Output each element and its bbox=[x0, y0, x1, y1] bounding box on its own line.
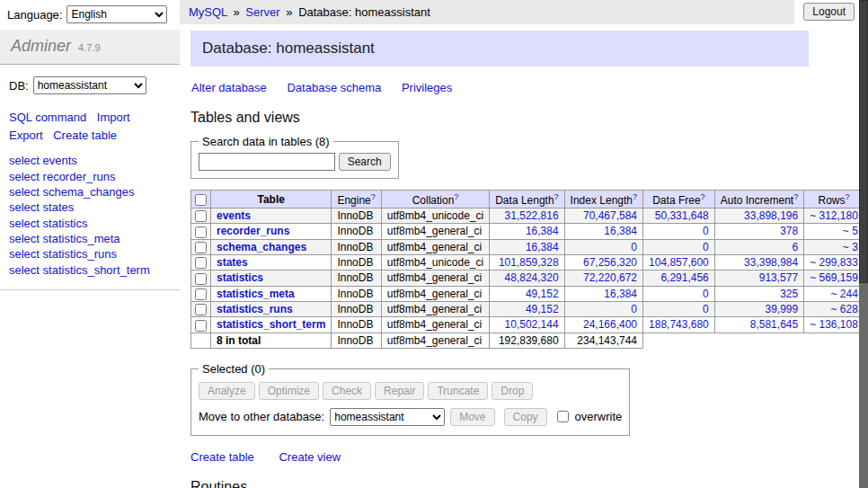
help-link[interactable]: ? bbox=[454, 192, 458, 201]
scrollbar[interactable] bbox=[859, 0, 868, 488]
data-free-link[interactable]: 50,331,648 bbox=[655, 209, 709, 222]
drop-button[interactable]: Drop bbox=[492, 382, 533, 400]
search-input[interactable] bbox=[199, 153, 335, 171]
data-free-link[interactable]: 6,291,456 bbox=[660, 271, 708, 284]
overwrite-checkbox[interactable] bbox=[557, 411, 569, 422]
index-length-link[interactable]: 16,384 bbox=[604, 288, 637, 300]
index-length-link[interactable]: 0 bbox=[631, 303, 637, 315]
table-name-link[interactable]: schema_changes bbox=[217, 241, 306, 253]
auto-increment-link[interactable]: 33,398,984 bbox=[744, 256, 798, 269]
data-length-link[interactable]: 31,522,816 bbox=[505, 209, 559, 222]
truncate-button[interactable]: Truncate bbox=[428, 382, 488, 400]
data-length-link[interactable]: 16,384 bbox=[526, 225, 559, 237]
data-free-link[interactable]: 0 bbox=[703, 288, 709, 300]
privileges-link[interactable]: Privileges bbox=[402, 81, 452, 94]
repair-button[interactable]: Repair bbox=[375, 382, 424, 400]
copy-button[interactable]: Copy bbox=[504, 408, 547, 426]
check-button[interactable]: Check bbox=[323, 382, 371, 400]
sidebar-table-link[interactable]: select schema_changes bbox=[9, 185, 134, 199]
index-length-link[interactable]: 72,220,672 bbox=[583, 271, 637, 284]
sidebar-table-link[interactable]: select events bbox=[9, 154, 77, 167]
row-checkbox[interactable] bbox=[195, 273, 207, 285]
sidebar-create-table-link[interactable]: Create table bbox=[53, 129, 117, 142]
select-all-checkbox[interactable] bbox=[195, 194, 207, 206]
auto-increment-link[interactable]: 378 bbox=[780, 225, 798, 237]
table-name-link[interactable]: statistics_runs bbox=[217, 303, 293, 315]
alter-database-link[interactable]: Alter database bbox=[191, 81, 267, 94]
table-name-link[interactable]: statistics bbox=[217, 271, 263, 284]
help-link[interactable]: ? bbox=[793, 192, 798, 201]
index-length-link[interactable]: 16,384 bbox=[604, 225, 637, 237]
data-length-link[interactable]: 49,152 bbox=[526, 303, 559, 315]
row-checkbox[interactable] bbox=[195, 242, 207, 253]
sidebar-table-link[interactable]: select statistics bbox=[9, 217, 87, 230]
data-free-link[interactable]: 0 bbox=[703, 303, 709, 315]
export-link[interactable]: Export bbox=[9, 129, 43, 142]
rows-link[interactable]: ~ 3 bbox=[843, 241, 858, 253]
data-length-link[interactable]: 48,824,320 bbox=[505, 271, 559, 284]
data-length-link[interactable]: 49,152 bbox=[526, 288, 559, 300]
rows-link[interactable]: ~ 628 bbox=[831, 303, 858, 315]
table-name-link[interactable]: recorder_runs bbox=[217, 225, 289, 237]
analyze-button[interactable]: Analyze bbox=[199, 382, 255, 400]
sidebar-table-link[interactable]: select statistics_runs bbox=[9, 247, 117, 261]
db-select[interactable]: homeassistant bbox=[33, 76, 146, 94]
scrollbar-thumb[interactable] bbox=[859, 0, 868, 283]
help-link[interactable]: ? bbox=[701, 192, 705, 201]
data-free-link[interactable]: 0 bbox=[703, 225, 709, 237]
adminer-brand-link[interactable]: Adminer bbox=[11, 37, 71, 55]
auto-increment-link[interactable]: 325 bbox=[780, 288, 798, 300]
auto-increment-link[interactable]: 6 bbox=[792, 241, 798, 253]
data-length-link[interactable]: 16,384 bbox=[526, 241, 559, 253]
table-name-link[interactable]: states bbox=[217, 256, 248, 269]
help-link[interactable]: ? bbox=[633, 192, 637, 201]
index-length-link[interactable]: 70,467,584 bbox=[583, 209, 637, 222]
auto-increment-link[interactable]: 913,577 bbox=[759, 271, 798, 284]
help-link[interactable]: ? bbox=[554, 192, 559, 201]
sidebar-table-link[interactable]: select states bbox=[9, 200, 74, 214]
row-checkbox[interactable] bbox=[195, 320, 207, 332]
breadcrumb-mysql-link[interactable]: MySQL bbox=[189, 5, 227, 19]
data-free-link[interactable]: 0 bbox=[703, 241, 709, 253]
logout-button[interactable]: Logout bbox=[803, 3, 855, 21]
rows-link[interactable]: ~ 569,159 bbox=[810, 271, 858, 284]
rows-link[interactable]: ~ 244 bbox=[831, 288, 858, 300]
sql-command-link[interactable]: SQL command bbox=[9, 111, 86, 124]
move-db-select[interactable]: homeassistant bbox=[330, 408, 445, 426]
auto-increment-link[interactable]: 33,898,196 bbox=[744, 209, 798, 222]
auto-increment-link[interactable]: 8,581,645 bbox=[750, 318, 798, 331]
index-length-link[interactable]: 0 bbox=[631, 241, 637, 253]
table-name-link[interactable]: statistics_short_term bbox=[217, 318, 325, 331]
optimize-button[interactable]: Optimize bbox=[259, 382, 319, 400]
rows-link[interactable]: ~ 312,180 bbox=[810, 209, 858, 222]
language-select[interactable]: English bbox=[66, 5, 167, 23]
help-link[interactable]: ? bbox=[846, 192, 850, 201]
rows-link[interactable]: ~ 5 bbox=[843, 225, 858, 237]
data-length-link[interactable]: 101,859,328 bbox=[499, 256, 559, 269]
auto-increment-link[interactable]: 39,999 bbox=[765, 303, 798, 315]
row-checkbox[interactable] bbox=[195, 257, 207, 269]
create-view-link[interactable]: Create view bbox=[279, 450, 341, 464]
row-checkbox[interactable] bbox=[195, 288, 207, 300]
data-free-link[interactable]: 188,743,680 bbox=[649, 318, 709, 331]
search-button[interactable]: Search bbox=[339, 153, 391, 171]
table-name-link[interactable]: events bbox=[217, 209, 251, 222]
database-schema-link[interactable]: Database schema bbox=[287, 81, 381, 94]
table-name-link[interactable]: statistics_meta bbox=[217, 288, 295, 300]
sidebar-table-link[interactable]: select statistics_meta bbox=[9, 232, 120, 245]
sidebar-table-link[interactable]: select statistics_short_term bbox=[9, 263, 150, 277]
create-table-link[interactable]: Create table bbox=[190, 450, 254, 464]
data-free-link[interactable]: 104,857,600 bbox=[649, 256, 709, 269]
rows-link[interactable]: ~ 299,833 bbox=[810, 256, 858, 269]
index-length-link[interactable]: 67,256,320 bbox=[583, 256, 637, 269]
rows-link[interactable]: ~ 136,108 bbox=[810, 318, 858, 331]
row-checkbox[interactable] bbox=[195, 304, 207, 315]
import-link[interactable]: Import bbox=[97, 111, 130, 124]
data-length-link[interactable]: 10,502,144 bbox=[505, 318, 559, 331]
move-button[interactable]: Move bbox=[450, 408, 494, 426]
row-checkbox[interactable] bbox=[195, 210, 207, 222]
sidebar-table-link[interactable]: select recorder_runs bbox=[9, 170, 116, 183]
index-length-link[interactable]: 24,166,400 bbox=[583, 318, 637, 331]
row-checkbox[interactable] bbox=[195, 226, 207, 238]
help-link[interactable]: ? bbox=[371, 192, 376, 201]
